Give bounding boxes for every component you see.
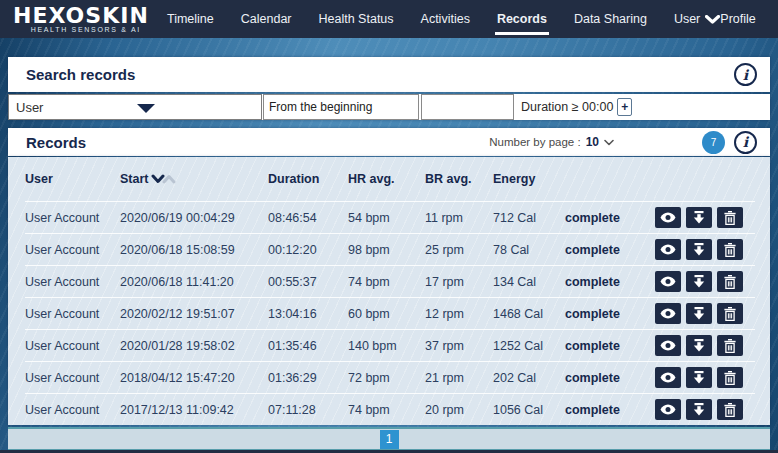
records-table: User Start Duration HR avg. BR avg. Ener… bbox=[8, 157, 770, 425]
cell-br-avg: 21 rpm bbox=[425, 371, 493, 385]
cell-energy: 78 Cal bbox=[493, 243, 565, 257]
row-actions bbox=[648, 271, 755, 292]
cell-br-avg: 12 rpm bbox=[425, 307, 493, 321]
trash-icon bbox=[724, 243, 736, 257]
cell-br-avg: 25 rpm bbox=[425, 243, 493, 257]
cell-energy: 134 Cal bbox=[493, 275, 565, 289]
download-icon bbox=[693, 403, 705, 416]
cell-energy: 202 Cal bbox=[493, 371, 565, 385]
table-row: User Account 2020/06/18 15:08:59 00:12:2… bbox=[25, 233, 755, 265]
cell-start: 2020/02/12 19:51:07 bbox=[120, 307, 268, 321]
info-icon[interactable]: i bbox=[734, 131, 757, 154]
view-record-button[interactable] bbox=[655, 335, 681, 356]
download-icon bbox=[693, 243, 705, 256]
column-header-energy: Energy bbox=[493, 172, 565, 186]
logo-text: HEXOSKIN bbox=[13, 5, 141, 26]
cell-user: User Account bbox=[25, 243, 120, 257]
records-header: Records Number by page : 10 7 i bbox=[8, 128, 770, 156]
view-record-button[interactable] bbox=[655, 239, 681, 260]
eye-icon bbox=[660, 340, 676, 351]
account-nav: Profile Logout bbox=[720, 12, 778, 26]
cell-user: User Account bbox=[25, 211, 120, 225]
add-filter-button[interactable]: + bbox=[617, 98, 632, 116]
nav-item-health-status[interactable]: Health Status bbox=[319, 12, 394, 26]
view-record-button[interactable] bbox=[655, 303, 681, 324]
table-row: User Account 2020/06/19 00:04:29 08:46:5… bbox=[25, 201, 755, 233]
date-from-input[interactable] bbox=[263, 94, 419, 120]
status-badge: complete bbox=[565, 403, 648, 417]
nav-item-activities[interactable]: Activities bbox=[421, 12, 470, 26]
number-by-page-value: 10 bbox=[586, 135, 599, 149]
cell-hr-avg: 54 bpm bbox=[348, 211, 425, 225]
delete-record-button[interactable] bbox=[717, 239, 743, 260]
eye-icon bbox=[660, 372, 676, 383]
cell-energy: 1468 Cal bbox=[493, 307, 565, 321]
cell-start: 2018/04/12 15:47:20 bbox=[120, 371, 268, 385]
info-icon[interactable]: i bbox=[734, 63, 757, 86]
nav-item-timeline[interactable]: Timeline bbox=[167, 12, 214, 26]
column-header-start[interactable]: Start bbox=[120, 172, 268, 186]
cell-duration: 01:35:46 bbox=[268, 339, 348, 353]
dropdown-triangle-icon bbox=[137, 104, 155, 113]
cell-start: 2020/06/18 11:41:20 bbox=[120, 275, 268, 289]
delete-record-button[interactable] bbox=[717, 399, 743, 420]
cell-user: User Account bbox=[25, 339, 120, 353]
download-icon bbox=[693, 211, 705, 224]
eye-icon bbox=[660, 404, 676, 415]
download-record-button[interactable] bbox=[686, 303, 712, 324]
status-badge: complete bbox=[565, 371, 648, 385]
download-record-button[interactable] bbox=[686, 367, 712, 388]
download-record-button[interactable] bbox=[686, 335, 712, 356]
number-by-page-label: Number by page : bbox=[489, 136, 580, 148]
nav-item-data-sharing[interactable]: Data Sharing bbox=[574, 12, 647, 26]
cell-hr-avg: 140 bpm bbox=[348, 339, 425, 353]
search-records-header: Search records i bbox=[8, 57, 770, 92]
cell-energy: 712 Cal bbox=[493, 211, 565, 225]
cell-br-avg: 11 rpm bbox=[425, 211, 493, 225]
records-title: Records bbox=[26, 134, 86, 151]
view-record-button[interactable] bbox=[655, 399, 681, 420]
page-1-button[interactable]: 1 bbox=[380, 430, 399, 449]
status-badge: complete bbox=[565, 243, 648, 257]
cell-user: User Account bbox=[25, 371, 120, 385]
delete-record-button[interactable] bbox=[717, 367, 743, 388]
search-records-title: Search records bbox=[26, 66, 135, 83]
download-record-button[interactable] bbox=[686, 271, 712, 292]
table-row: User Account 2020/02/12 19:51:07 13:04:1… bbox=[25, 297, 755, 329]
download-icon bbox=[693, 307, 705, 320]
download-record-button[interactable] bbox=[686, 239, 712, 260]
cell-user: User Account bbox=[25, 403, 120, 417]
eye-icon bbox=[660, 244, 676, 255]
delete-record-button[interactable] bbox=[717, 271, 743, 292]
download-icon bbox=[693, 371, 705, 384]
nav-item-records[interactable]: Records bbox=[497, 12, 547, 26]
column-header-hr-avg: HR avg. bbox=[348, 172, 425, 186]
cell-hr-avg: 60 bpm bbox=[348, 307, 425, 321]
cell-hr-avg: 98 bpm bbox=[348, 243, 425, 257]
status-badge: complete bbox=[565, 275, 648, 289]
nav-item-calendar[interactable]: Calendar bbox=[241, 12, 292, 26]
cell-hr-avg: 74 bpm bbox=[348, 275, 425, 289]
delete-record-button[interactable] bbox=[717, 335, 743, 356]
nav-item-user-menu[interactable]: User bbox=[674, 12, 720, 26]
date-to-input[interactable] bbox=[421, 94, 514, 120]
hexoskin-logo[interactable]: HEXOSKIN HEALTH SENSORS & AI bbox=[13, 5, 141, 34]
delete-record-button[interactable] bbox=[717, 303, 743, 324]
table-row: User Account 2018/04/12 15:47:20 01:36:2… bbox=[25, 361, 755, 393]
number-by-page-select[interactable]: Number by page : 10 bbox=[489, 135, 614, 149]
download-record-button[interactable] bbox=[686, 399, 712, 420]
download-record-button[interactable] bbox=[686, 207, 712, 228]
view-record-button[interactable] bbox=[655, 207, 681, 228]
delete-record-button[interactable] bbox=[717, 207, 743, 228]
eye-icon bbox=[660, 308, 676, 319]
cell-energy: 1252 Cal bbox=[493, 339, 565, 353]
column-header-duration: Duration bbox=[268, 172, 348, 186]
status-badge: complete bbox=[565, 339, 648, 353]
sort-ascending-icon[interactable] bbox=[162, 174, 176, 184]
cell-start: 2020/06/19 00:04:29 bbox=[120, 211, 268, 225]
view-record-button[interactable] bbox=[655, 271, 681, 292]
row-actions bbox=[648, 207, 755, 228]
user-filter-dropdown[interactable]: User bbox=[8, 94, 262, 120]
nav-item-profile[interactable]: Profile bbox=[720, 12, 755, 26]
view-record-button[interactable] bbox=[655, 367, 681, 388]
